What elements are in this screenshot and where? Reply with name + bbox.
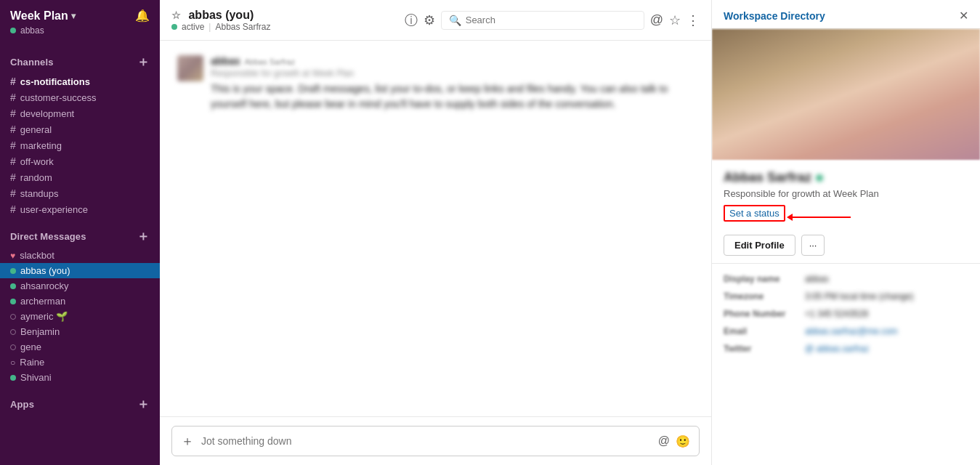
detail-value-displayname: abbas <box>805 274 829 284</box>
edit-profile-button[interactable]: Edit Profile <box>724 235 795 256</box>
sidebar-item-off-work[interactable]: # off-work <box>0 153 160 169</box>
sidebar-item-abbas[interactable]: abbas (you) <box>0 263 160 278</box>
direct-messages-label: Direct Messages <box>10 231 86 242</box>
avatar <box>177 55 203 81</box>
topbar-actions: ⓘ ⚙ 🔍 @ ☆ ⋮ <box>405 11 700 30</box>
detail-row-phone: Phone Number +1 345 5243528 <box>724 309 968 319</box>
sidebar-item-archerman[interactable]: archerman <box>0 294 160 309</box>
kebab-menu-icon[interactable]: ⋮ <box>687 12 700 28</box>
profile-banner <box>712 29 980 160</box>
search-icon: 🔍 <box>449 15 461 26</box>
sidebar-item-raine[interactable]: ○ Raine <box>0 355 160 370</box>
message-time: Abbas Sarfraz <box>244 57 295 66</box>
set-status-link[interactable]: Set a status <box>724 205 785 222</box>
sidebar-header: Week Plan ▾ 🔔 <box>0 0 160 25</box>
add-channel-icon[interactable]: ＋ <box>137 53 150 70</box>
close-icon[interactable]: ✕ <box>959 9 968 23</box>
detail-value-email[interactable]: abbas.sarfraz@me.com <box>805 326 898 336</box>
message-author: abbas <box>211 55 240 67</box>
sidebar-item-customer-success[interactable]: # customer-success <box>0 89 160 105</box>
user-full-name: Abbas Sarfraz <box>215 22 270 32</box>
sidebar-item-random[interactable]: # random <box>0 169 160 185</box>
heart-icon: ♥ <box>10 251 15 261</box>
info-icon[interactable]: ⓘ <box>405 12 418 29</box>
detail-label-timezone: Timezone <box>724 291 796 302</box>
offline-dot <box>10 344 16 350</box>
add-attachment-icon[interactable]: ＋ <box>181 432 194 450</box>
chevron-down-icon: ▾ <box>71 11 76 21</box>
hash-icon: # <box>10 171 16 183</box>
message-content: abbas Abbas Sarfraz Responsible for grow… <box>211 55 694 112</box>
sidebar-item-aymeric[interactable]: aymeric 🌱 <box>0 309 160 324</box>
detail-label-twitter: Twitter <box>724 344 796 354</box>
add-app-icon[interactable]: ＋ <box>137 395 150 413</box>
profile-role: Responsible for growth at Week Plan <box>724 188 968 199</box>
right-panel-header: Workspace Directory ✕ <box>712 0 980 29</box>
compose-input[interactable] <box>201 435 651 447</box>
current-user-name: abbas <box>20 25 44 36</box>
hash-icon: # <box>10 108 16 119</box>
sidebar-item-user-experience[interactable]: # user-experience <box>0 201 160 217</box>
notifications-bell-icon[interactable]: 🔔 <box>135 9 150 23</box>
right-panel: Workspace Directory ✕ Abbas Sarfraz Resp… <box>711 0 980 465</box>
sidebar-item-slackbot[interactable]: ♥ slackbot <box>0 248 160 263</box>
search-input[interactable] <box>466 15 636 25</box>
online-dot <box>10 299 16 304</box>
sidebar-item-shivani[interactable]: Shivani <box>0 370 160 385</box>
channel-name: abbas (you) <box>188 9 254 21</box>
message-subtitle: Responsible for growth at Week Plan <box>211 68 694 78</box>
emoji-icon[interactable]: 🙂 <box>676 434 690 448</box>
dm-section-header: Direct Messages ＋ <box>0 217 160 248</box>
sidebar-item-general[interactable]: # general <box>0 121 160 137</box>
add-dm-icon[interactable]: ＋ <box>137 227 150 245</box>
detail-value-timezone: 3:05 PM local time (change) <box>805 291 913 302</box>
search-box[interactable]: 🔍 <box>441 11 644 30</box>
detail-value-phone: +1 345 5243528 <box>805 309 868 319</box>
sidebar-item-gene[interactable]: gene <box>0 339 160 355</box>
at-mention-icon[interactable]: @ <box>658 434 670 448</box>
profile-name: Abbas Sarfraz <box>724 170 968 185</box>
message-text: This is your space. Draft messages, list… <box>211 81 694 112</box>
online-dot <box>10 375 16 381</box>
topbar: ☆ abbas (you) active | Abbas Sarfraz ⓘ ⚙… <box>160 0 711 41</box>
workspace-name[interactable]: Week Plan ▾ <box>10 9 76 23</box>
detail-value-twitter[interactable]: @ abbas.sarfraz <box>805 344 869 354</box>
hash-icon: # <box>10 76 16 87</box>
online-dot <box>10 268 16 274</box>
sidebar-item-cs-notifications[interactable]: # cs-notifications <box>0 73 160 89</box>
right-panel-title: Workspace Directory <box>724 10 825 22</box>
apps-label: Apps <box>10 399 34 410</box>
hash-icon: # <box>10 124 16 135</box>
sidebar-item-ahsanrocky[interactable]: ahsanrocky <box>0 278 160 294</box>
at-icon[interactable]: @ <box>650 12 663 28</box>
channels-label: Channels <box>10 57 54 68</box>
profile-details: Display name abbas Timezone 3:05 PM loca… <box>712 263 980 371</box>
profile-actions: Edit Profile ··· <box>724 235 968 256</box>
star-icon[interactable]: ☆ <box>171 9 181 21</box>
sidebar-item-development[interactable]: # development <box>0 105 160 121</box>
arrow-line <box>793 217 851 218</box>
detail-row-twitter: Twitter @ abbas.sarfraz <box>724 344 968 354</box>
detail-row-displayname: Display name abbas <box>724 274 968 284</box>
user-online-dot <box>10 28 16 33</box>
channels-section-header: Channels ＋ <box>0 43 160 73</box>
topbar-title: ☆ abbas (you) <box>171 9 399 22</box>
status-text: active <box>182 22 204 32</box>
chat-area: abbas Abbas Sarfraz Responsible for grow… <box>160 41 711 416</box>
hash-icon: # <box>10 140 16 151</box>
star-icon[interactable]: ☆ <box>669 12 681 28</box>
offline-dot <box>10 314 16 320</box>
gear-icon[interactable]: ⚙ <box>424 12 435 28</box>
sidebar-item-marketing[interactable]: # marketing <box>0 137 160 153</box>
detail-label-email: Email <box>724 326 796 336</box>
sidebar-item-benjamin[interactable]: Benjamin <box>0 324 160 339</box>
workspace-title: Week Plan <box>10 9 68 23</box>
online-dot <box>10 283 16 289</box>
more-options-button[interactable]: ··· <box>801 235 825 256</box>
sidebar-item-standups[interactable]: # standups <box>0 185 160 201</box>
compose-actions: @ 🙂 <box>658 434 690 448</box>
profile-name-text: Abbas Sarfraz <box>724 170 811 185</box>
profile-status-dot <box>816 174 823 182</box>
arrow-head <box>787 214 793 221</box>
profile-info: Abbas Sarfraz Responsible for growth at … <box>712 160 980 263</box>
